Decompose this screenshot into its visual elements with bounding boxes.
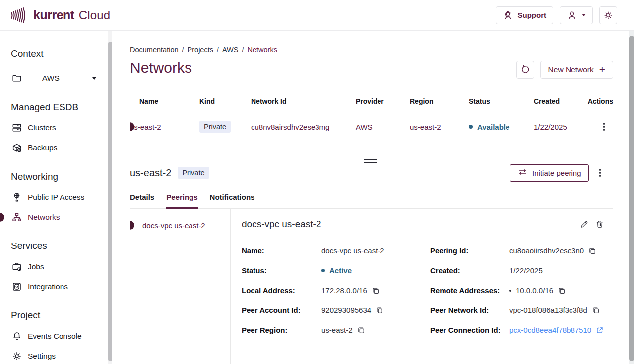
peering-list-item[interactable]: docs-vpc us-east-2 [112, 220, 230, 231]
active-item-marker [0, 213, 4, 222]
external-link-icon[interactable] [596, 326, 604, 334]
row-actions-menu[interactable] [602, 121, 607, 132]
main-content: Documentation/Projects/AWS/Networks Netw… [112, 31, 629, 364]
field-value-status: Active [329, 265, 352, 276]
field-label: Remote Addresses: [430, 285, 509, 296]
field-value-peering-id: cu8oaoiirsdhv2ese3n0 [509, 245, 584, 256]
sidebar-item-label: Integrations [28, 282, 68, 291]
peer-connection-link[interactable]: pcx-0cd8eea4f78b87510 [509, 325, 591, 335]
copy-icon[interactable] [592, 306, 600, 314]
theme-toggle-button[interactable] [599, 6, 617, 24]
breadcrumb-projects[interactable]: Projects [188, 46, 213, 54]
sidebar-item-events-console[interactable]: Events Console [11, 326, 112, 346]
field-value-peer-network-id: vpc-018f086a13f3c3f8d [509, 305, 587, 315]
sidebar-item-label: Networks [28, 213, 60, 222]
field-label: Local Address: [242, 285, 321, 296]
copy-icon[interactable] [558, 287, 566, 295]
page-actions: New Network + [516, 61, 613, 79]
trash-icon [595, 219, 605, 229]
network-icon [11, 212, 22, 223]
sidebar-item-backups[interactable]: Backups [11, 138, 112, 158]
peering-name: docs-vpc us-east-2 [142, 221, 205, 230]
selected-peering-marker [130, 221, 134, 230]
sidebar: Context AWS Managed ESDB [0, 31, 112, 364]
sidebar-scrollbar[interactable] [108, 31, 112, 364]
field-label: Peer Region: [242, 325, 321, 335]
sidebar-item-jobs[interactable]: Jobs [11, 257, 112, 277]
col-header-status: Status [469, 97, 534, 105]
user-menu-button[interactable] [560, 6, 593, 24]
context-selector[interactable]: AWS [11, 68, 96, 88]
panel-actions-menu[interactable] [598, 167, 603, 178]
panel-title: us-east-2 [130, 167, 171, 179]
sidebar-section-services: Services [11, 240, 112, 252]
col-header-kind: Kind [199, 97, 251, 105]
sidebar-item-integrations[interactable]: Integrations [11, 277, 112, 297]
breadcrumb-aws[interactable]: AWS [222, 46, 239, 54]
support-button[interactable]: Support [496, 6, 554, 24]
sidebar-section-context: Context [11, 48, 112, 60]
peering-detail: docs-vpc us-east-2 [231, 209, 629, 364]
headset-icon [503, 10, 513, 21]
peering-detail-title: docs-vpc us-east-2 [242, 219, 321, 230]
col-header-actions: Actions [588, 97, 613, 105]
kurrent-wave-icon [10, 6, 29, 25]
clusters-icon [11, 122, 22, 133]
support-label: Support [518, 11, 547, 19]
briefcase-icon [11, 261, 22, 272]
initiate-peering-button[interactable]: Initiate peering [510, 164, 588, 182]
col-header-name: Name [130, 97, 199, 105]
copy-icon[interactable] [588, 247, 596, 255]
cell-provider: AWS [356, 123, 410, 131]
pencil-icon [579, 219, 589, 229]
new-network-label: New Network [548, 65, 594, 74]
sidebar-item-label: Jobs [28, 262, 44, 271]
swap-arrows-icon [517, 167, 528, 179]
table-row[interactable]: us-east-2 Private cu8nv8airsdhv2ese3mg A… [130, 111, 613, 143]
field-label: Name: [242, 245, 321, 256]
list-bullet [509, 290, 511, 292]
copy-icon[interactable] [357, 326, 365, 334]
tab-notifications[interactable]: Notifications [210, 193, 255, 209]
cell-name: us-east-2 [130, 123, 199, 131]
edit-peering-button[interactable] [579, 219, 589, 229]
sidebar-item-settings[interactable]: Settings [11, 346, 112, 364]
new-network-button[interactable]: New Network + [540, 61, 613, 79]
breadcrumb-documentation[interactable]: Documentation [130, 46, 179, 54]
sidebar-item-label: Settings [28, 352, 56, 361]
delete-peering-button[interactable] [595, 219, 605, 229]
tab-details[interactable]: Details [130, 193, 154, 209]
tab-peerings[interactable]: Peerings [166, 193, 197, 209]
cell-created: 1/22/2025 [534, 123, 587, 131]
peering-list: docs-vpc us-east-2 [112, 209, 231, 364]
field-label: Created: [430, 265, 509, 276]
topbar-actions: Support [496, 6, 618, 24]
kurrent-cloud-logo[interactable]: kurrent Cloud [10, 6, 110, 25]
sidebar-item-label: Backups [28, 143, 57, 152]
sidebar-section-project: Project [11, 309, 112, 321]
sidebar-item-public-ip-access[interactable]: Public IP Access [11, 187, 112, 207]
sidebar-scrollbar-thumb[interactable] [108, 42, 112, 361]
kind-badge: Private [199, 121, 231, 133]
refresh-button[interactable] [516, 61, 534, 79]
field-value-peer-account-id: 920293095634 [321, 305, 371, 315]
plus-icon: + [599, 64, 605, 75]
copy-icon[interactable] [372, 287, 380, 295]
cell-network-id: cu8nv8airsdhv2ese3mg [251, 123, 356, 131]
table-header-row: Name Kind Network Id Provider Region Sta… [130, 92, 613, 111]
page-scrollbar-thumb[interactable] [629, 36, 634, 361]
field-value-created: 1/22/2025 [509, 265, 543, 276]
col-header-network-id: Network Id [251, 97, 356, 105]
globe-icon [11, 192, 22, 203]
field-value-remote-addresses: 10.0.0.0/16 [516, 285, 553, 296]
sidebar-item-label: Events Console [28, 332, 82, 341]
sidebar-item-networks[interactable]: Networks [11, 207, 112, 227]
sidebar-item-label: Clusters [28, 123, 56, 132]
status-dot [321, 269, 325, 272]
sidebar-item-clusters[interactable]: Clusters [11, 118, 112, 138]
networks-table: Name Kind Network Id Provider Region Sta… [130, 92, 613, 143]
page-scrollbar[interactable] [629, 31, 634, 364]
field-label: Peering Id: [430, 245, 509, 256]
copy-icon[interactable] [376, 306, 383, 314]
app-root: kurrent Cloud Support [0, 0, 634, 364]
